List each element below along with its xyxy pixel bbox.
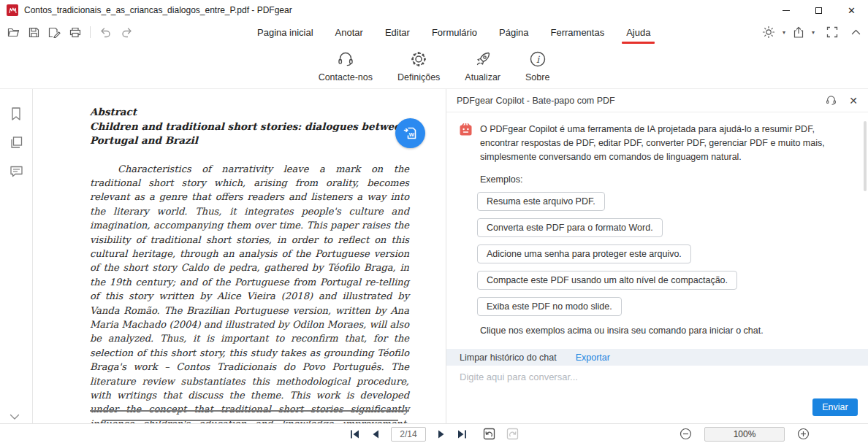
document-page[interactable]: Abstract Children and traditional short …	[33, 89, 446, 423]
gear-icon	[409, 50, 428, 69]
ribbon-contact-us-label: Contacte-nos	[319, 72, 373, 82]
open-file-icon[interactable]	[7, 27, 20, 38]
theme-caret-icon[interactable]: ▾	[783, 29, 785, 36]
rocket-icon	[473, 50, 492, 69]
minimize-button[interactable]	[769, 0, 802, 20]
menu-row: Pagina inicial Anotar Editar Formulário …	[0, 20, 868, 44]
redo-icon[interactable]	[121, 27, 133, 38]
zoom-level-input[interactable]: 100%	[704, 427, 785, 442]
previous-page-icon[interactable]	[371, 429, 380, 439]
ribbon-update[interactable]: Atualizar	[460, 48, 505, 84]
paper-title: Children and traditional short stories: …	[90, 120, 409, 148]
zoom-out-icon[interactable]	[679, 428, 692, 440]
previous-view-icon[interactable]	[483, 428, 495, 440]
bookmarks-icon[interactable]	[9, 107, 23, 121]
export-chat-link[interactable]: Exportar	[576, 353, 610, 363]
share-caret-icon[interactable]: ▾	[812, 29, 815, 36]
tab-pagina[interactable]: Página	[498, 23, 530, 42]
ribbon-settings[interactable]: Definições	[393, 48, 444, 84]
example-add-password-button[interactable]: Adicione uma senha para proteger este ar…	[477, 244, 691, 263]
tab-ajuda[interactable]: Ajuda	[625, 23, 652, 42]
tab-editar[interactable]: Editar	[384, 23, 411, 42]
copilot-panel: PDFgear Copilot - Bate-papo com PDF ✕ O …	[446, 89, 868, 423]
page-number-input[interactable]: 2/14	[391, 427, 426, 442]
robot-icon	[460, 123, 472, 136]
tab-ferramentas[interactable]: Ferramentas	[549, 23, 606, 42]
menu-tab-bar: Pagina inicial Anotar Editar Formulário …	[256, 20, 652, 44]
footnote-rule-2	[102, 420, 398, 421]
thumbnails-icon[interactable]	[9, 136, 23, 150]
example-summarize-button[interactable]: Resuma este arquivo PDF.	[477, 192, 605, 211]
abstract-paragraph: Characteristics of narrativity leave a m…	[90, 162, 409, 424]
status-bar: 2/14 100%	[0, 423, 868, 443]
copilot-message: O PDFgear Copilot é uma ferramenta de IA…	[460, 123, 855, 164]
convert-to-word-badge[interactable]: W	[395, 118, 425, 148]
example-compress-button[interactable]: Compacte este PDF usando um alto nível d…	[477, 271, 737, 290]
ribbon-update-label: Atualizar	[465, 72, 500, 82]
ribbon-about[interactable]: i Sobre	[521, 48, 554, 84]
fullscreen-icon[interactable]	[826, 26, 838, 38]
ribbon-about-label: Sobre	[525, 72, 549, 82]
last-page-icon[interactable]	[457, 429, 468, 439]
first-page-icon[interactable]	[349, 429, 360, 439]
title-bar: Contos_tradicionais_e_as_criancas_dialog…	[0, 0, 868, 20]
info-icon: i	[528, 50, 547, 69]
tab-pagina-inicial[interactable]: Pagina inicial	[256, 23, 315, 42]
sidebar-expand-icon[interactable]	[9, 414, 20, 420]
send-button[interactable]: Enviar	[812, 398, 858, 416]
copilot-header: PDFgear Copilot - Bate-papo com PDF ✕	[446, 89, 868, 112]
copilot-intro-text: O PDFgear Copilot é uma ferramenta de IA…	[480, 123, 854, 164]
examples-label: Exemplos:	[480, 174, 855, 185]
comments-icon[interactable]	[9, 165, 23, 178]
ribbon: Contacte-nos Definições Atualizar i Sobr…	[0, 44, 868, 89]
word-badge-letter: W	[408, 131, 414, 137]
copilot-actions-bar: Limpar histórico do chat Exportar	[446, 349, 868, 366]
chat-input[interactable]	[460, 371, 774, 382]
clear-chat-history-link[interactable]: Limpar histórico do chat	[460, 353, 557, 363]
collapse-ribbon-icon[interactable]	[851, 29, 861, 35]
zoom-in-icon[interactable]	[797, 428, 810, 440]
abstract-label: Abstract	[90, 105, 409, 120]
next-page-icon[interactable]	[437, 429, 446, 439]
theme-brightness-icon[interactable]	[762, 26, 775, 39]
save-as-icon[interactable]	[48, 27, 61, 38]
window-title: Contos_tradicionais_e_as_criancas_dialog…	[24, 5, 292, 15]
example-convert-word-button[interactable]: Converta este PDF para o formato Word.	[477, 218, 663, 237]
maximize-button[interactable]	[802, 0, 835, 20]
copilot-close-icon[interactable]: ✕	[849, 95, 858, 107]
next-view-icon[interactable]	[506, 428, 519, 440]
copilot-chat-area: O PDFgear Copilot é uma ferramenta de IA…	[446, 112, 868, 349]
headset-icon	[336, 50, 355, 69]
ribbon-contact-us[interactable]: Contacte-nos	[314, 48, 377, 84]
ribbon-settings-label: Definições	[397, 72, 440, 82]
example-slide-mode-button[interactable]: Exiba este PDF no modo slide.	[477, 297, 622, 316]
left-sidebar	[0, 89, 33, 423]
copilot-hint-text: Clique nos exemplos acima ou insira seu …	[480, 325, 855, 336]
share-icon[interactable]	[793, 26, 804, 39]
svg-text:i: i	[536, 54, 540, 65]
copilot-scrollbar[interactable]	[864, 121, 867, 191]
footnote-rule-1	[90, 410, 409, 412]
close-button[interactable]: ✕	[835, 0, 868, 20]
undo-icon[interactable]	[99, 27, 112, 38]
print-icon[interactable]	[69, 27, 81, 38]
save-icon[interactable]	[28, 27, 39, 38]
tab-formulario[interactable]: Formulário	[430, 23, 479, 42]
copilot-title: PDFgear Copilot - Bate-papo com PDF	[457, 96, 825, 106]
copilot-input-area: Enviar	[446, 366, 868, 423]
pdfgear-logo-icon	[7, 4, 18, 16]
tab-anotar[interactable]: Anotar	[334, 23, 365, 42]
copilot-support-icon[interactable]	[825, 94, 837, 107]
toolbar-separator	[90, 26, 91, 38]
